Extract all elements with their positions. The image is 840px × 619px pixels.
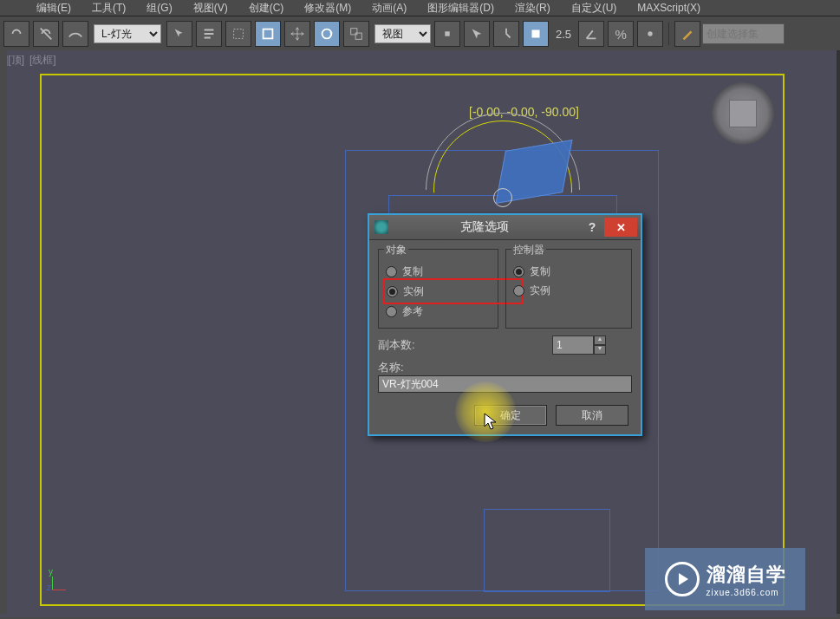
object-instance-radio[interactable] (387, 286, 398, 297)
wireframe-part-bottom (484, 509, 610, 592)
copies-input[interactable] (552, 336, 594, 355)
watermark: 溜溜自学 zixue.3d66.com (645, 548, 805, 610)
viewport-tabs: -][顶] [线框] (0, 50, 837, 69)
bind-icon[interactable] (62, 21, 88, 47)
menu-rendering[interactable]: 渲染(R) (505, 0, 561, 17)
select-object-icon[interactable] (166, 21, 192, 47)
controller-group-legend: 控制器 (511, 243, 546, 257)
object-reference-label: 参考 (402, 304, 423, 319)
object-instance-highlight: 实例 (383, 278, 524, 304)
controller-instance-label: 实例 (530, 283, 550, 298)
keyboard-shortcut-icon[interactable] (493, 21, 519, 47)
link-icon[interactable] (3, 21, 29, 47)
menu-maxscript[interactable]: MAXScript(X) (627, 0, 711, 16)
spinner-value: 2.5 (550, 28, 576, 41)
svg-rect-4 (355, 33, 361, 39)
watermark-sub: zixue.3d66.com (707, 588, 786, 597)
divider (668, 23, 669, 45)
selection-filter-dropdown[interactable]: L-灯光 (94, 24, 161, 43)
object-reference-radio[interactable] (386, 306, 397, 317)
angle-snap-icon[interactable] (578, 21, 604, 47)
controller-copy-label: 复制 (530, 264, 550, 279)
rotate-icon[interactable] (314, 21, 340, 47)
copies-spinner[interactable]: ▲ ▼ (552, 336, 606, 355)
svg-rect-5 (445, 31, 449, 36)
object-group-legend: 对象 (384, 243, 408, 257)
edit-named-sel-icon[interactable] (674, 21, 700, 47)
help-button[interactable]: ? (580, 220, 604, 234)
close-icon: ✕ (616, 221, 626, 234)
cancel-button[interactable]: 取消 (556, 405, 628, 426)
menu-tools[interactable]: 工具(T) (81, 0, 136, 17)
menu-modifiers[interactable]: 修改器(M) (294, 0, 361, 17)
svg-rect-3 (351, 29, 357, 35)
menu-customize[interactable]: 自定义(U) (561, 0, 628, 17)
svg-point-2 (322, 29, 332, 39)
watermark-title: 溜溜自学 (707, 562, 786, 588)
rotate-gizmo-center[interactable] (493, 188, 512, 207)
dialog-titlebar[interactable]: 克隆选项 ? ✕ (369, 215, 641, 240)
menu-group[interactable]: 组(G) (136, 0, 182, 17)
select-manipulate-icon[interactable] (464, 21, 490, 47)
name-input[interactable] (378, 375, 632, 393)
snap-toggle-icon[interactable] (523, 21, 549, 47)
axis-tripod: y z (49, 568, 75, 594)
menu-views[interactable]: 视图(V) (183, 0, 238, 17)
name-label: 名称: (378, 360, 404, 375)
svg-rect-0 (234, 29, 244, 39)
window-crossing-icon[interactable] (255, 21, 281, 47)
move-icon[interactable] (284, 21, 310, 47)
object-copy-label: 复制 (402, 264, 423, 279)
svg-rect-1 (264, 29, 273, 39)
svg-rect-6 (532, 30, 540, 38)
object-instance-label: 实例 (403, 284, 424, 299)
copies-spin-up[interactable]: ▲ (594, 336, 606, 345)
right-gutter (837, 50, 840, 614)
main-toolbar: L-灯光 视图 2.5 % (0, 16, 840, 52)
copies-label: 副本数: (378, 337, 465, 353)
dialog-title: 克隆选项 (388, 219, 580, 235)
axis-z-label: z (47, 583, 51, 592)
clone-options-dialog: 克隆选项 ? ✕ 对象 复制 实例 参考 (368, 213, 642, 436)
controller-copy-radio[interactable] (513, 266, 524, 277)
object-copy-radio[interactable] (386, 266, 397, 277)
named-selection-input[interactable] (702, 23, 785, 44)
menu-create[interactable]: 创建(C) (238, 0, 295, 17)
viewcube-face[interactable] (729, 100, 757, 127)
select-by-name-icon[interactable] (196, 21, 222, 47)
menu-animation[interactable]: 动画(A) (361, 0, 417, 17)
left-gutter (0, 50, 7, 614)
unlink-icon[interactable] (33, 21, 59, 47)
ok-button[interactable]: 确定 (474, 405, 547, 426)
spinner-snap-icon[interactable] (637, 21, 663, 47)
copies-spin-down[interactable]: ▼ (594, 345, 606, 355)
menu-bar: 编辑(E) 工具(T) 组(G) 视图(V) 创建(C) 修改器(M) 动画(A… (0, 0, 840, 16)
select-region-icon[interactable] (225, 21, 251, 47)
scale-icon[interactable] (343, 21, 369, 47)
svg-point-7 (648, 31, 652, 36)
ref-coord-dropdown[interactable]: 视图 (374, 24, 431, 43)
viewport-tab-wireframe[interactable]: [线框] (29, 53, 56, 68)
percent-snap-icon[interactable]: % (608, 21, 634, 47)
app-icon (374, 220, 388, 234)
play-icon (665, 562, 700, 596)
menu-grapheditors[interactable]: 图形编辑器(D) (417, 0, 505, 17)
object-group: 对象 复制 实例 参考 (378, 249, 498, 329)
viewcube[interactable] (712, 82, 774, 145)
close-button[interactable]: ✕ (604, 218, 637, 237)
menu-edit[interactable]: 编辑(E) (26, 0, 81, 17)
controller-group: 控制器 复制 实例 (505, 249, 632, 329)
axis-y-label: y (49, 567, 53, 577)
controller-instance-radio[interactable] (513, 285, 524, 296)
pivot-icon[interactable] (434, 21, 460, 47)
